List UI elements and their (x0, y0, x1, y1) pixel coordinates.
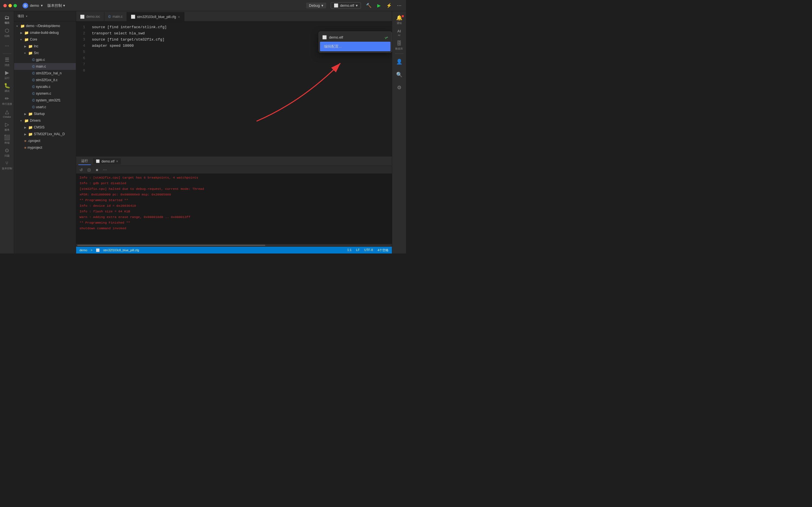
debug-icon: 🐛 (4, 82, 10, 89)
scroll-thumb[interactable] (77, 245, 265, 246)
terminal-line-1: Info : [stm32f1x.cpu] target has 6 break… (80, 175, 389, 180)
user-chevron-icon: ▾ (41, 3, 43, 8)
profile-icon[interactable]: ⚡ (386, 2, 393, 9)
right-bar-database[interactable]: 🗄 数据库 (393, 40, 405, 52)
messages-icon: ☰ (5, 57, 9, 63)
more-options-button[interactable]: ⋯ (102, 167, 108, 173)
tab-main-c[interactable]: © main.c (104, 12, 127, 21)
sidebar-item-services[interactable]: ▷ 服务 (1, 120, 13, 133)
sidebar-item-messages[interactable]: ☰ 消息 (1, 55, 13, 68)
tree-item-system[interactable]: © system_stm32f1 (14, 97, 76, 104)
tree-item-cproject[interactable]: ≡ .cproject (14, 137, 76, 144)
tree-label-cmsis: CMSIS (34, 125, 45, 129)
tab-demo-ioc[interactable]: ⬜ demo.ioc (76, 12, 104, 21)
tree-label-src: Src (34, 51, 39, 55)
sidebar-item-issues[interactable]: ⊙ 问题 (1, 146, 13, 159)
tree-label-main: main.c (36, 64, 46, 68)
stop-button[interactable]: ⊡ (86, 167, 92, 173)
sidebar-item-debug[interactable]: 🐛 调试 (1, 81, 13, 94)
minimize-button[interactable] (8, 4, 12, 7)
tree-item-demo-root[interactable]: ▾ 📁 demo ~/Desktop/demo (14, 22, 76, 29)
folder-core-icon: 📁 (24, 38, 29, 42)
tree-label-hal-d: STM32F1xx_HAL_D (34, 132, 65, 136)
folder-cmsis-icon: 📁 (28, 125, 33, 129)
sidebar-item-run[interactable]: ▶ 运行 (1, 68, 13, 81)
more-icon[interactable]: ⋯ (396, 2, 403, 9)
tree-item-usart[interactable]: © usart.c (14, 104, 76, 110)
scroll-track (77, 245, 391, 246)
vcs-icon: ⑂ (5, 160, 8, 166)
tree-item-syscalls[interactable]: © syscalls.c (14, 83, 76, 90)
terminal-label: 终端 (4, 141, 10, 145)
sidebar-item-explorer[interactable]: 🗂 项目 (1, 13, 13, 26)
line-num-7: 7 (76, 61, 85, 68)
terminal-line-5: ** Programming Started ** (80, 198, 389, 203)
tree-arrow-demo: ▾ (16, 24, 20, 27)
tree-item-main[interactable]: © main.c (14, 63, 76, 70)
bottom-subtab-demo-elf[interactable]: ⬜ demo.elf × (93, 158, 121, 165)
tree-item-hal-n[interactable]: © stm32f1xx_hal_n (14, 70, 76, 76)
right-bar-user[interactable]: 👤 (393, 55, 405, 68)
sidebar-item-terminal[interactable]: ⬛ 终端 (1, 133, 13, 146)
status-bar-right: 1:1 LF UTF-8 4个空格 (347, 248, 389, 252)
file-it-icon: © (32, 78, 35, 82)
right-bar-settings[interactable]: ⚙ (393, 81, 405, 94)
tree-item-hal-d[interactable]: ▶ 📁 STM32F1xx_HAL_D (14, 131, 76, 137)
tree-item-cmsis[interactable]: ▶ 📁 CMSIS (14, 124, 76, 131)
window-controls (3, 4, 17, 7)
sidebar-icons: 🗂 项目 ⬡ 结构 ··· ☰ 消息 ▶ 运行 🐛 调试 ✏ 串行连接 △ C (0, 11, 14, 253)
editor-container: ⬜ demo.ioc © main.c ⬜ stm32f103c8_blue_p… (76, 11, 392, 253)
line-num-5: 5 (76, 49, 85, 55)
tab-close-icon[interactable]: × (177, 15, 180, 19)
right-bar-notifications[interactable]: 🔔 通知 (393, 13, 405, 26)
editor-area: ⬜ demo.ioc © main.c ⬜ stm32f103c8_blue_p… (76, 11, 392, 157)
tree-item-it[interactable]: © stm32f1xx_it.c (14, 76, 76, 83)
tree-item-myproject[interactable]: ≡ myproject (14, 144, 76, 151)
tree-item-startup[interactable]: ▶ 📁 Startup (14, 110, 76, 117)
version-control-selector[interactable]: 版本控制 ▾ (47, 3, 65, 8)
user-icon: 👤 (396, 59, 402, 65)
tree-item-gpio[interactable]: © gpio.c (14, 56, 76, 63)
search-icon: 🔍 (396, 71, 402, 78)
tree-arrow-startup: ▶ (24, 112, 28, 115)
restart-button[interactable]: ↺ (79, 167, 84, 173)
tree-item-sysmem[interactable]: © sysmem.c (14, 90, 76, 97)
right-bar-ai[interactable]: AI AI (393, 26, 405, 39)
tree-item-cmake-build[interactable]: ▶ 📁 cmake-build-debug (14, 29, 76, 36)
close-button[interactable] (3, 4, 7, 7)
status-cfg-icon: ⬜ (96, 248, 100, 252)
tree-item-inc[interactable]: ▶ 📁 Inc (14, 43, 76, 50)
issues-label: 问题 (4, 154, 10, 158)
dropdown-title-label: demo.elf (329, 35, 343, 40)
tree-label-startup: Startup (34, 112, 45, 116)
right-bar-search[interactable]: 🔍 (393, 68, 405, 81)
vcs-label: 版本控制 (2, 167, 12, 170)
clear-button[interactable]: ■ (94, 167, 100, 173)
tree-item-core[interactable]: ▾ 📁 Core (14, 36, 76, 43)
sidebar-item-structure[interactable]: ⬡ 结构 (1, 26, 13, 39)
run-icon[interactable]: ▶ (375, 2, 382, 9)
settings-icon: ⚙ (397, 84, 402, 91)
debug-selector[interactable]: Debug ▾ (306, 3, 326, 8)
file-tree[interactable]: ▾ 📁 demo ~/Desktop/demo ▶ 📁 cmake-build-… (14, 21, 76, 253)
tree-item-drivers[interactable]: ▾ 📁 Drivers (14, 117, 76, 124)
bottom-toolbar: ↺ ⊡ ■ ⋯ (76, 166, 392, 174)
sidebar-item-vcs[interactable]: ⑂ 版本控制 (1, 159, 13, 172)
dropdown-edit-config[interactable]: 编辑配置... (320, 42, 391, 51)
tree-label-core: Core (30, 38, 37, 41)
build-icon[interactable]: 🔨 (365, 2, 372, 9)
folder-demo-icon: 📁 (20, 24, 25, 28)
sidebar-item-cmake[interactable]: △ CMake (1, 107, 13, 120)
bottom-subtab-close-icon[interactable]: × (116, 159, 118, 163)
terminal-content[interactable]: Info : [stm32f1x.cpu] target has 6 break… (76, 174, 392, 244)
sidebar-item-more[interactable]: ··· (1, 40, 13, 52)
maximize-button[interactable] (13, 4, 17, 7)
tree-item-src[interactable]: ▾ 📁 Src (14, 50, 76, 56)
sidebar-item-serial[interactable]: ✏ 串行连接 (1, 94, 13, 107)
run-config-selector[interactable]: ⬜ demo.elf ▾ (331, 2, 361, 9)
bottom-tab-run[interactable]: 运行 (79, 158, 91, 165)
tab-cfg[interactable]: ⬜ stm32f103c8_blue_pill.cfg × (127, 12, 185, 21)
horizontal-scrollbar[interactable] (76, 244, 392, 247)
user-selector[interactable]: D demo ▾ (22, 3, 43, 8)
dropdown-title-group: ⬜ demo.elf (322, 35, 343, 40)
